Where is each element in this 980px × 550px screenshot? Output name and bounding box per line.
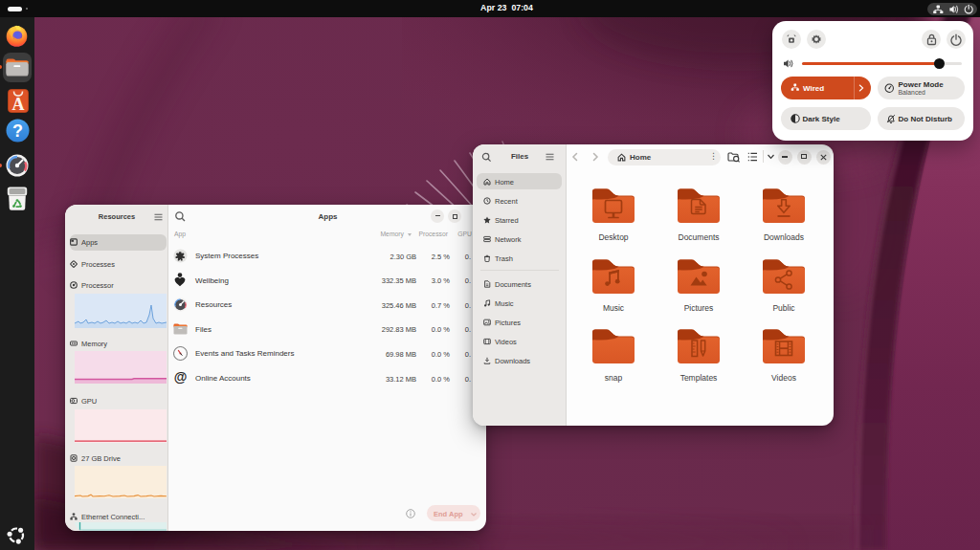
svg-text:A: A (11, 95, 24, 113)
svg-text:?: ? (12, 121, 23, 141)
